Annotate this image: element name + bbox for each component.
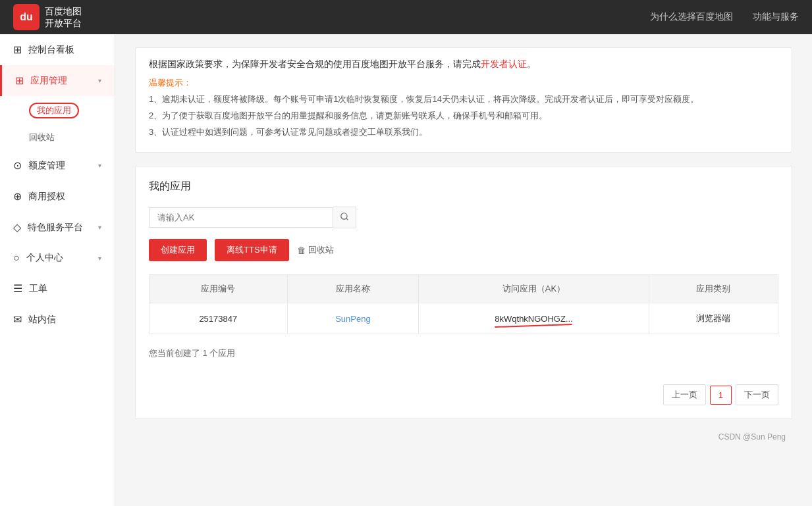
sidebar: 控制台看板 应用管理 ▾ 我的应用 回收站 额度管理 ▾ 商用授权 特色服务平台…	[0, 34, 115, 506]
app-type-cell: 浏览器端	[649, 303, 778, 334]
logo-icon: du	[13, 4, 40, 30]
logo: du 百度地图 开放平台	[13, 4, 82, 30]
search-bar	[149, 207, 778, 228]
alert-list: 1、逾期未认证，额度将被降级。每个账号可申请1次临时恢复额度，恢复后14天仍未认…	[149, 93, 778, 139]
action-bar: 创建应用 离线TTS申请 🗑 回收站	[149, 239, 778, 261]
sidebar-item-dashboard[interactable]: 控制台看板	[0, 34, 115, 65]
sidebar-item-ticket[interactable]: 工单	[0, 273, 115, 304]
ticket-icon	[13, 282, 22, 295]
search-input[interactable]	[149, 207, 333, 228]
table-row: 25173847 SunPeng 8kWqthkNGOHGZ... 浏览器端	[149, 303, 778, 334]
trash-icon: 🗑	[297, 245, 306, 255]
table-header: 应用编号 应用名称 访问应用（AK） 应用类别	[149, 275, 778, 303]
user-icon	[13, 252, 20, 264]
sidebar-item-quota[interactable]: 额度管理 ▾	[0, 150, 115, 181]
section-title: 我的应用	[149, 180, 778, 193]
header: du 百度地图 开放平台 为什么选择百度地图 功能与服务	[0, 0, 812, 34]
pagination: 上一页 1 下一页	[149, 384, 778, 405]
my-apps-label[interactable]: 我的应用	[29, 103, 79, 118]
mail-icon	[13, 313, 22, 326]
prev-page-button[interactable]: 上一页	[663, 384, 706, 405]
main-content: 根据国家政策要求，为保障开发者安全合规的使用百度地图开放平台服务，请完成开发者认…	[115, 34, 812, 506]
table-body: 25173847 SunPeng 8kWqthkNGOHGZ... 浏览器端	[149, 303, 778, 334]
footer-note: CSDN @Sun Peng	[135, 432, 792, 442]
apps-icon	[15, 74, 24, 87]
page-1-button[interactable]: 1	[710, 386, 732, 405]
apps-table: 应用编号 应用名称 访问应用（AK） 应用类别 25173847 SunPeng…	[149, 274, 778, 334]
sidebar-sub-my-apps[interactable]: 我的应用	[0, 96, 115, 125]
col-app-id: 应用编号	[149, 275, 288, 303]
alert-item-2: 2、为了便于获取百度地图开放平台的用量提醒和服务信息，请更新账号联系人，确保手机…	[149, 109, 778, 123]
arrow-icon: ▾	[98, 224, 101, 231]
app-id-cell: 25173847	[149, 303, 288, 334]
nav-features[interactable]: 功能与服务	[753, 11, 799, 23]
tts-button[interactable]: 离线TTS申请	[215, 239, 289, 261]
alert-item-1: 1、逾期未认证，额度将被降级。每个账号可申请1次临时恢复额度，恢复后14天仍未认…	[149, 93, 778, 107]
recycle-button[interactable]: 🗑 回收站	[297, 244, 334, 256]
app-ak-cell: 8kWqthkNGOHGZ...	[419, 303, 649, 334]
logo-abbr: du	[20, 11, 33, 23]
app-name-cell[interactable]: SunPeng	[287, 303, 419, 334]
alert-item-3: 3、认证过程中如遇到问题，可参考认证常见问题或者提交工单联系我们。	[149, 126, 778, 139]
summary-text: 您当前创建了 1 个应用	[149, 342, 778, 365]
quota-icon	[13, 159, 22, 172]
arrow-icon: ▾	[98, 77, 101, 84]
next-page-button[interactable]: 下一页	[736, 384, 778, 405]
auth-icon	[13, 190, 22, 203]
svg-point-0	[341, 213, 347, 219]
nav-why[interactable]: 为什么选择百度地图	[650, 11, 733, 23]
my-apps-section: 我的应用 创建应用 离线TTS申请 🗑 回收站	[135, 166, 792, 419]
special-icon	[13, 221, 21, 234]
sidebar-item-personal[interactable]: 个人中心 ▾	[0, 243, 115, 273]
search-button[interactable]	[333, 207, 356, 228]
header-nav: 为什么选择百度地图 功能与服务	[650, 11, 799, 23]
alert-title: 根据国家政策要求，为保障开发者安全合规的使用百度地图开放平台服务，请完成开发者认…	[149, 59, 778, 70]
developer-cert-link[interactable]: 开发者认证	[481, 59, 527, 69]
col-app-type: 应用类别	[649, 275, 778, 303]
logo-text: 百度地图 开放平台	[45, 5, 82, 29]
dashboard-icon	[13, 43, 22, 56]
alert-banner: 根据国家政策要求，为保障开发者安全合规的使用百度地图开放平台服务，请完成开发者认…	[135, 47, 792, 153]
col-app-name: 应用名称	[287, 275, 419, 303]
sidebar-item-message[interactable]: 站内信	[0, 304, 115, 335]
arrow-icon: ▾	[98, 162, 101, 169]
sidebar-item-special[interactable]: 特色服务平台 ▾	[0, 212, 115, 243]
alert-warm-label: 温馨提示：	[149, 77, 778, 89]
arrow-icon: ▾	[98, 255, 101, 262]
sidebar-item-app-management[interactable]: 应用管理 ▾	[0, 65, 115, 96]
sidebar-sub-recycle[interactable]: 回收站	[0, 125, 115, 150]
ak-value: 8kWqthkNGOHGZ...	[495, 314, 572, 324]
layout: 控制台看板 应用管理 ▾ 我的应用 回收站 额度管理 ▾ 商用授权 特色服务平台…	[0, 34, 812, 506]
create-app-button[interactable]: 创建应用	[149, 239, 207, 261]
col-app-ak: 访问应用（AK）	[419, 275, 649, 303]
sidebar-item-auth[interactable]: 商用授权	[0, 181, 115, 212]
